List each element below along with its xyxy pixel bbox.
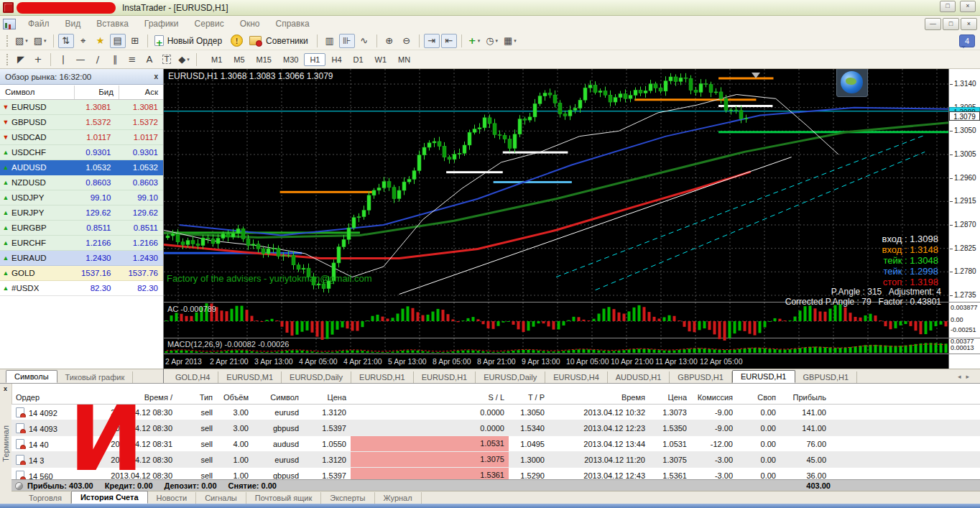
- orders-column-8[interactable]: Время: [549, 393, 650, 402]
- vertical-line-button[interactable]: |: [55, 52, 71, 67]
- price-scale[interactable]: 1.31401.30951.30501.30051.29601.29151.28…: [948, 69, 980, 369]
- timeframe-H4[interactable]: H4: [325, 53, 347, 66]
- chart-tab-2[interactable]: EURUSD,Daily: [282, 371, 351, 383]
- zoom-in-button[interactable]: ⊕: [382, 34, 397, 48]
- menu-item-Справка[interactable]: Справка: [268, 16, 318, 32]
- chart-tab-1[interactable]: EURUSD,M1: [218, 371, 282, 383]
- timeframe-M5[interactable]: M5: [228, 53, 250, 66]
- chart-tab-5[interactable]: EURUSD,Daily: [476, 371, 545, 383]
- terminal-tab-История Счета[interactable]: История Счета: [71, 491, 148, 504]
- timeframe-W1[interactable]: W1: [369, 53, 393, 66]
- menu-item-Графики[interactable]: Графики: [137, 16, 187, 32]
- orders-column-5[interactable]: Цена: [303, 393, 351, 402]
- orders-column-12[interactable]: Прибыль: [780, 393, 831, 402]
- advisors-button[interactable]: Советники: [247, 34, 313, 48]
- periods-button[interactable]: ◷▾: [484, 34, 500, 48]
- crosshair-button[interactable]: +: [30, 52, 46, 67]
- warning-icon[interactable]: !: [231, 34, 243, 47]
- terminal-tab-Новости[interactable]: Новости: [148, 492, 197, 504]
- timeframe-H1[interactable]: H1: [304, 53, 325, 66]
- market-watch-row-GOLD[interactable]: ▲GOLD1537.161537.76: [0, 266, 163, 281]
- notifications-badge[interactable]: 4: [959, 34, 975, 47]
- menu-item-Вид[interactable]: Вид: [57, 16, 89, 32]
- orders-column-0[interactable]: Ордер: [11, 393, 86, 402]
- chart-tab-8[interactable]: GBPUSD,H1: [670, 371, 732, 383]
- close-icon[interactable]: x: [154, 73, 158, 80]
- timeframe-M30[interactable]: M30: [277, 53, 304, 66]
- order-row[interactable]: 14 40932013.04.12 08:30sell3.00gbpusd1.5…: [11, 420, 980, 436]
- chart-tab-0[interactable]: GOLD,H4: [167, 371, 218, 383]
- market-watch-row-EURUSD[interactable]: ▼EURUSD1.30811.3081: [0, 100, 163, 115]
- terminal-tab-Сигналы[interactable]: Сигналы: [196, 492, 246, 504]
- close-icon[interactable]: ×: [960, 1, 976, 12]
- menu-item-Окно[interactable]: Окно: [232, 16, 268, 32]
- close-icon[interactable]: ×: [961, 18, 977, 30]
- market-watch-row-AUDUSD[interactable]: ▲AUDUSD1.05321.0532: [0, 160, 163, 175]
- column-bid[interactable]: Бид: [74, 86, 119, 99]
- chart-shift-button[interactable]: ⇤: [441, 34, 457, 48]
- auto-scroll-button[interactable]: ⇥: [424, 34, 440, 48]
- market-watch-row-EURJPY[interactable]: ▲EURJPY129.62129.62: [0, 205, 163, 221]
- timeframe-MN[interactable]: MN: [392, 53, 416, 66]
- column-symbol[interactable]: Символ: [0, 88, 74, 96]
- new-chart-button[interactable]: ▧▾: [13, 34, 30, 48]
- chart-tab-10[interactable]: GBPUSD,H1: [795, 371, 858, 383]
- terminal-tab-Торговля[interactable]: Торговля: [20, 492, 71, 504]
- market-watch-row-EURAUD[interactable]: ▲EURAUD1.24301.2430: [0, 251, 163, 266]
- timeframe-D1[interactable]: D1: [348, 53, 369, 66]
- market-watch-row-#USDX[interactable]: ▲#USDX82.3082.30: [0, 281, 163, 296]
- market-watch-row-GBPUSD[interactable]: ▼GBPUSD1.53721.5372: [0, 115, 163, 130]
- zoom-out-button[interactable]: ⊖: [399, 34, 415, 48]
- orders-column-7[interactable]: T / P: [509, 393, 549, 402]
- cursor-button[interactable]: ◤: [13, 52, 29, 67]
- text-button[interactable]: A: [142, 52, 157, 67]
- terminal-tab-Почтовый ящик[interactable]: Почтовый ящик: [246, 492, 321, 504]
- tab-scroll-arrows[interactable]: ◂▸: [958, 373, 974, 380]
- market-watch-tab-Тиковый график[interactable]: Тиковый график: [57, 371, 134, 383]
- order-row[interactable]: 14 402013.04.12 08:31sell4.00audusd1.055…: [11, 436, 980, 452]
- orders-column-10[interactable]: Комиссия: [691, 393, 737, 402]
- market-watch-row-EURCHF[interactable]: ▲EURCHF1.21661.2166: [0, 236, 163, 251]
- order-row[interactable]: 14 32013.04.12 08:30sell1.00eurusd1.3120…: [11, 452, 980, 468]
- column-ask[interactable]: Аск: [119, 86, 163, 99]
- tick-chart-button[interactable]: ⇅: [58, 34, 74, 48]
- fibonacci-button[interactable]: ≡: [124, 52, 140, 67]
- chart-tab-7[interactable]: AUDUSD,H1: [608, 371, 670, 383]
- templates-button[interactable]: ▦▾: [501, 34, 519, 48]
- profiles-button[interactable]: ▨▾: [32, 34, 49, 48]
- close-icon[interactable]: x: [4, 385, 7, 392]
- terminal-tab-Журнал[interactable]: Журнал: [375, 492, 422, 504]
- trendline-button[interactable]: /: [90, 52, 106, 67]
- restore-icon[interactable]: □: [940, 1, 956, 12]
- menu-item-Вставка[interactable]: Вставка: [88, 16, 137, 32]
- orders-column-6[interactable]: S / L: [351, 393, 509, 402]
- bar-chart-button[interactable]: ▥: [322, 34, 338, 48]
- restore-icon[interactable]: □: [943, 18, 959, 30]
- horizontal-line-button[interactable]: —: [73, 52, 88, 67]
- orders-column-4[interactable]: Символ: [253, 393, 303, 402]
- market-watch-row-EURGBP[interactable]: ▲EURGBP0.85110.8511: [0, 221, 163, 236]
- chart-tab-6[interactable]: EURUSD,H4: [545, 371, 608, 383]
- candlestick-chart-button[interactable]: ⊪: [339, 34, 355, 48]
- orders-column-9[interactable]: Цена: [650, 393, 691, 402]
- terminal-tab-Эксперты[interactable]: Эксперты: [321, 492, 374, 504]
- chart-tab-4[interactable]: EURUSD,H1: [414, 371, 476, 383]
- shapes-button[interactable]: ◆▾: [176, 52, 192, 67]
- orders-column-1[interactable]: Время /: [86, 393, 177, 402]
- chart-tab-9[interactable]: EURUSD,H1: [732, 370, 795, 383]
- label-button[interactable]: T: [159, 52, 175, 67]
- line-chart-button[interactable]: ∿: [356, 34, 372, 48]
- favorites-button[interactable]: ★: [93, 34, 108, 48]
- orders-column-11[interactable]: Своп: [737, 393, 780, 402]
- market-watch-tab-Символы[interactable]: Символы: [6, 370, 57, 383]
- orders-column-2[interactable]: Тип: [177, 393, 217, 402]
- market-watch-row-USDCAD[interactable]: ▼USDCAD1.01171.0117: [0, 130, 163, 145]
- market-watch-row-USDJPY[interactable]: ▲USDJPY99.1099.10: [0, 190, 163, 205]
- menu-item-Файл[interactable]: Файл: [20, 16, 57, 32]
- new-order-button[interactable]: Новый Ордер: [152, 34, 226, 48]
- chart-area[interactable]: EURUSD,H1 1.3068 1.3083 1.3066 1.3079 Fa…: [164, 69, 948, 369]
- order-row[interactable]: 14 40922013.04.12 08:30sell3.00eurusd1.3…: [11, 405, 980, 420]
- timeframe-M1[interactable]: M1: [205, 53, 228, 66]
- market-watch-button[interactable]: ▤: [110, 34, 126, 48]
- channel-button[interactable]: ∥: [107, 52, 123, 67]
